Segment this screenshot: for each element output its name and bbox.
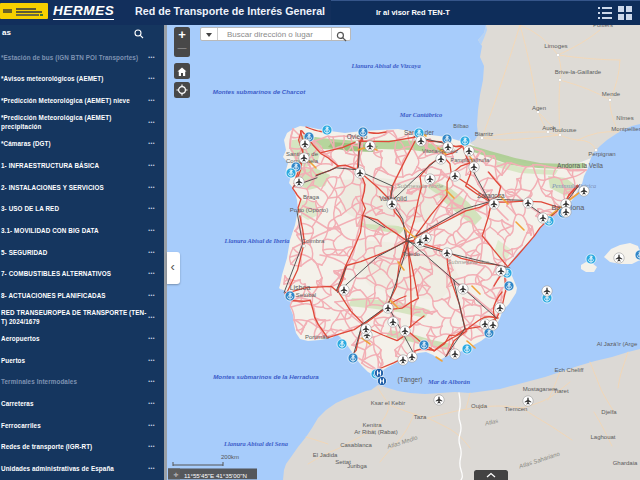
svg-text:Limoges: Limoges [544, 42, 567, 49]
svg-text:Kenitra: Kenitra [362, 422, 382, 428]
svg-text:Toulouse: Toulouse [552, 126, 577, 133]
svg-text:Submeseta Sur: Submeseta Sur [447, 259, 489, 265]
svg-text:Djelfa: Djelfa [601, 409, 617, 415]
svg-text:Braga: Braga [303, 194, 320, 200]
svg-text:Oujda: Oujda [471, 403, 488, 409]
svg-text:Ar Ribāṭ (Rabat): Ar Ribāṭ (Rabat) [354, 429, 397, 435]
svg-text:200km: 200km [221, 454, 239, 460]
svg-text:Toledo: Toledo [402, 251, 420, 257]
svg-text:Juribga: Juribga [347, 463, 367, 469]
svg-text:Llanura Abisal de Vizcaya: Llanura Abisal de Vizcaya [350, 62, 421, 69]
svg-text:Casablanca: Casablanca [340, 442, 372, 448]
svg-text:Nîmes: Nîmes [616, 115, 633, 121]
svg-text:Zaragoza: Zaragoza [477, 192, 505, 200]
svg-text:Mostaganem: Mostaganem [523, 386, 558, 392]
svg-text:Tiaret: Tiaret [553, 388, 568, 394]
svg-text:Portimão: Portimão [305, 334, 330, 340]
svg-text:Bilbao: Bilbao [453, 123, 468, 129]
svg-text:Montpellier: Montpellier [611, 126, 640, 132]
svg-text:Mende: Mende [602, 91, 621, 97]
svg-text:Ech Cheliff: Ech Cheliff [555, 367, 584, 373]
svg-text:Llanura Abisal del Sena: Llanura Abisal del Sena [223, 440, 289, 447]
svg-text:Brive-la-Gaillarde: Brive-la-Gaillarde [555, 69, 602, 75]
svg-text:Lisboa: Lisboa [290, 284, 311, 291]
svg-text:Perpignan: Perpignan [588, 151, 615, 157]
svg-text:El Jadida: El Jadida [313, 452, 338, 458]
svg-text:Montes submarinos de Charcot: Montes submarinos de Charcot [213, 88, 306, 95]
svg-text:Tiemcen: Tiemcen [505, 406, 528, 412]
svg-text:Biarritz: Biarritz [475, 131, 494, 137]
svg-text:Laghouat: Laghouat [590, 434, 615, 440]
svg-text:11°55'45"E 41°35'00"N: 11°55'45"E 41°35'00"N [184, 472, 247, 479]
svg-text:Llanura Abisal de Iberia: Llanura Abisal de Iberia [224, 237, 291, 244]
svg-text:✛: ✛ [173, 472, 178, 478]
svg-text:Submeseta Norte: Submeseta Norte [397, 183, 444, 189]
svg-text:Andorra la Vella: Andorra la Vella [557, 162, 603, 169]
svg-text:(Tánger): (Tánger) [398, 376, 423, 384]
svg-text:Península Ibérica: Península Ibérica [551, 182, 596, 189]
svg-text:Setúbal: Setúbal [296, 292, 316, 298]
svg-text:Porto (Oporto): Porto (Oporto) [290, 207, 328, 213]
svg-text:Coimbra: Coimbra [302, 238, 325, 244]
svg-text:Mar de Alborán: Mar de Alborán [427, 378, 470, 385]
svg-text:Taza: Taza [414, 414, 427, 420]
svg-text:Poitiers: Poitiers [593, 25, 613, 28]
svg-text:Mar Cantábrico: Mar Cantábrico [399, 111, 442, 118]
svg-text:Ghardaia: Ghardaia [613, 460, 638, 466]
svg-text:Pamplona/Iruña: Pamplona/Iruña [451, 157, 491, 163]
svg-text:Montes submarinos de la Herrad: Montes submarinos de la Herradura [213, 373, 319, 380]
svg-text:Al Jazā'ir (Arge: Al Jazā'ir (Arge [597, 341, 638, 347]
svg-text:Agen: Agen [532, 105, 546, 111]
svg-text:Ksar el Kebir: Ksar el Kebir [371, 400, 405, 406]
